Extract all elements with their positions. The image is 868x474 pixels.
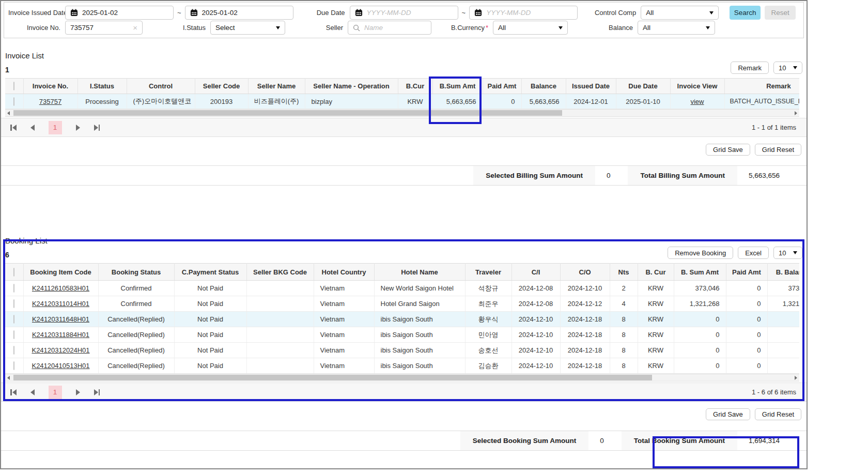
booking-horizontal-scrollbar[interactable] [5, 374, 799, 381]
grid-save-button[interactable]: Grid Save [706, 144, 750, 156]
scroll-left-icon[interactable] [7, 111, 10, 115]
booking-item-code-cell: K24120311884H01 [23, 327, 98, 343]
last-page-button[interactable] [94, 389, 100, 395]
prev-page-button[interactable] [30, 125, 35, 131]
select-all-checkbox[interactable] [13, 82, 14, 90]
excel-button[interactable]: Excel [738, 247, 769, 259]
i-status-select[interactable]: Select [210, 21, 285, 35]
booking-item-code-link[interactable]: K24120311648H01 [32, 315, 89, 323]
scroll-right-icon[interactable] [795, 111, 797, 115]
scroll-right-icon[interactable] [795, 376, 797, 380]
chevron-down-icon [793, 66, 797, 69]
selected-billing-sum-label: Selected Billing Sum Amount [473, 166, 595, 185]
col-remark: Remark [724, 79, 799, 94]
scroll-left-icon[interactable] [7, 376, 10, 380]
first-page-button[interactable] [10, 389, 17, 395]
remark-button[interactable]: Remark [731, 62, 769, 74]
col-traveler: Traveler [465, 264, 512, 281]
calendar-icon[interactable] [190, 9, 198, 17]
control-comp-label: Control Comp [582, 9, 636, 17]
nights-cell: 8 [610, 327, 638, 343]
row-checkbox[interactable] [13, 330, 14, 339]
due-date-from-input[interactable]: YYYY-MM-DD [350, 6, 458, 20]
paid-amt-cell: 0 [726, 281, 767, 296]
col-issued-date: Issued Date [566, 79, 616, 94]
invoice-page-size-select[interactable]: 10 [773, 62, 802, 74]
currency-cell: KRW [638, 281, 674, 296]
row-checkbox[interactable] [13, 346, 14, 355]
row-checkbox[interactable] [13, 299, 14, 308]
col-control: Control [127, 79, 195, 94]
grid-reset-button[interactable]: Grid Reset [755, 408, 801, 420]
seller-search-input[interactable]: Name [348, 21, 431, 35]
invoice-list-title: Invoice List [5, 51, 44, 60]
grid-reset-button[interactable]: Grid Reset [755, 144, 801, 156]
balance-value: All [643, 24, 650, 32]
row-checkbox[interactable] [13, 97, 14, 106]
booking-header-row: Booking Item Code Booking Status C.Payme… [5, 264, 799, 281]
seller-code-cell: 200193 [195, 94, 248, 109]
invoice-view-link[interactable]: view [690, 98, 704, 105]
nights-cell: 8 [610, 312, 638, 327]
balance-select[interactable]: All [638, 21, 715, 35]
invoice-issued-date-from-input[interactable]: 2025-01-02 [65, 6, 174, 20]
invoice-issued-date-to-input[interactable]: 2025-01-02 [185, 6, 293, 20]
control-comp-value: All [646, 9, 654, 17]
booking-grid-buttons: Grid Save Grid Reset [1, 408, 801, 420]
invoice-view-cell: view [670, 94, 724, 109]
remove-booking-button[interactable]: Remove Booking [668, 247, 733, 259]
i-status-cell: Processing [78, 94, 127, 109]
clear-icon[interactable]: × [133, 24, 137, 32]
first-page-button[interactable] [10, 125, 17, 131]
prev-page-button[interactable] [30, 389, 35, 395]
date-range-tilde: ~ [177, 9, 181, 17]
row-checkbox[interactable] [13, 315, 14, 324]
checkin-cell: 2024-12-08 [512, 296, 560, 312]
reset-button[interactable]: Reset [765, 6, 796, 20]
invoice-grid-buttons: Grid Save Grid Reset [1, 144, 801, 156]
row-checkbox[interactable] [13, 361, 14, 370]
invoice-no-input[interactable]: 735757 × [65, 21, 143, 35]
booking-item-code-link[interactable]: K24120410513H01 [32, 362, 89, 370]
last-page-button[interactable] [94, 125, 100, 131]
grid-save-button[interactable]: Grid Save [706, 408, 750, 420]
hotel-country-cell: Vietnam [314, 358, 374, 374]
scrollbar-thumb[interactable] [13, 110, 562, 116]
row-checkbox[interactable] [13, 284, 14, 293]
booking-item-code-link[interactable]: K24120312024H01 [32, 346, 89, 354]
booking-page-size-select[interactable]: 10 [773, 247, 802, 259]
calendar-icon[interactable] [70, 9, 78, 17]
invoice-table: Invoice No. I.Status Control Seller Code… [5, 78, 799, 109]
search-button[interactable]: Search [730, 6, 761, 20]
select-all-checkbox[interactable] [13, 268, 14, 277]
due-date-to-input[interactable]: YYYY-MM-DD [469, 6, 578, 20]
calendar-icon[interactable] [355, 9, 363, 17]
next-page-button[interactable] [76, 125, 80, 131]
invoice-no-link[interactable]: 735757 [39, 98, 61, 105]
scrollbar-thumb[interactable] [13, 375, 652, 380]
chevron-down-icon [706, 26, 710, 29]
booking-item-code-link[interactable]: K24112610583H01 [32, 284, 89, 292]
hotel-name-cell: New World Saigon Hotel [374, 281, 465, 296]
row-select-cell [5, 312, 23, 327]
invoice-no-value: 735757 [70, 24, 94, 32]
hotel-country-cell: Vietnam [314, 312, 374, 327]
payment-status-cell: Not Paid [174, 327, 246, 343]
checkout-cell: 2024-12-10 [560, 281, 610, 296]
current-page-button[interactable]: 1 [49, 386, 62, 399]
booking-item-code-link[interactable]: K24120311884H01 [32, 331, 89, 339]
calendar-icon[interactable] [474, 9, 482, 17]
booking-item-code-cell: K24120312024H01 [23, 343, 98, 358]
booking-item-code-link[interactable]: K24120311014H01 [32, 300, 89, 308]
control-comp-select[interactable]: All [641, 6, 719, 20]
booking-status-cell: Confirmed [98, 281, 174, 296]
paid-amt-cell: 0 [726, 358, 767, 374]
next-page-button[interactable] [76, 389, 80, 395]
invoice-page-size-value: 10 [779, 64, 786, 72]
selected-booking-sum-label: Selected Booking Sum Amount [460, 431, 589, 450]
invoice-horizontal-scrollbar[interactable] [5, 109, 799, 117]
b-currency-select[interactable]: All [493, 21, 568, 35]
current-page-button[interactable]: 1 [49, 121, 62, 134]
selected-billing-sum-value: 0 [595, 166, 622, 185]
currency-cell: KRW [638, 296, 674, 312]
